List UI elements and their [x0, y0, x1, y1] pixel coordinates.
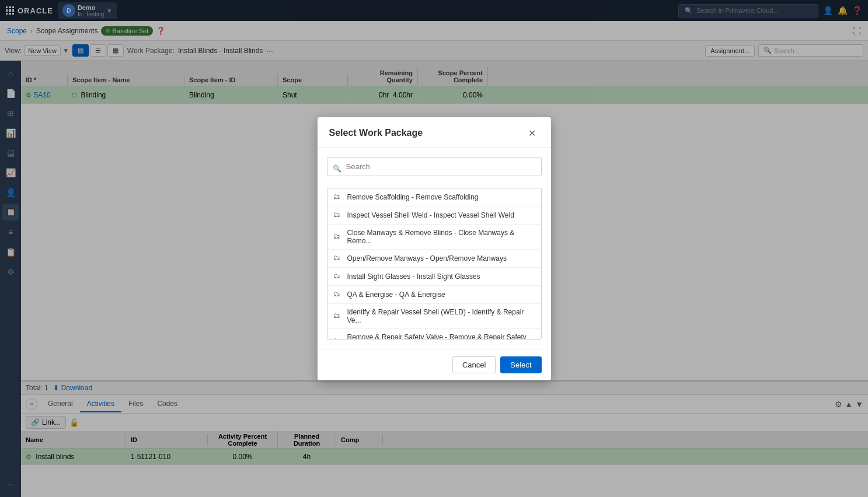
work-package-icon: 🗂 [333, 232, 343, 242]
work-package-icon: 🗂 [333, 192, 343, 202]
modal-search-wrapper: 🔍 [327, 157, 542, 181]
modal-list-item[interactable]: 🗂Identify & Repair Vessel Shell (WELD) -… [327, 304, 541, 329]
modal-list-item[interactable]: 🗂Close Manways & Remove Blinds - Close M… [327, 225, 541, 250]
work-package-label: Identify & Repair Vessel Shell (WELD) - … [347, 308, 535, 324]
modal-header: Select Work Package ✕ [318, 117, 551, 148]
work-package-icon: 🗂 [333, 337, 343, 340]
work-package-label: Remove Scaffolding - Remove Scaffolding [347, 193, 479, 201]
select-button[interactable]: Select [500, 356, 541, 373]
modal-list-item[interactable]: 🗂Remove & Repair Safety Valve - Remove &… [327, 329, 541, 340]
work-package-label: Inspect Vessel Shell Weld - Inspect Vess… [347, 211, 514, 219]
work-package-icon: 🗂 [333, 290, 343, 299]
modal-close-button[interactable]: ✕ [525, 127, 539, 140]
modal-items-list: 🗂Remove Scaffolding - Remove Scaffolding… [327, 188, 542, 340]
work-package-label: Open/Remove Manways - Open/Remove Manway… [347, 254, 507, 262]
modal-footer: Cancel Select [318, 349, 551, 380]
modal-list-item[interactable]: 🗂Install Sight Glasses - Install Sight G… [327, 268, 541, 286]
modal-body: 🔍 🗂Remove Scaffolding - Remove Scaffoldi… [318, 148, 551, 349]
work-package-icon: 🗂 [333, 272, 343, 281]
work-package-label: Install Sight Glasses - Install Sight Gl… [347, 272, 480, 281]
modal-list-item[interactable]: 🗂QA & Energise - QA & Energise [327, 286, 541, 304]
work-package-icon: 🗂 [333, 312, 343, 321]
work-package-label: QA & Energise - QA & Energise [347, 290, 445, 299]
work-package-icon: 🗂 [333, 254, 343, 263]
modal-list-item[interactable]: 🗂Inspect Vessel Shell Weld - Inspect Ves… [327, 206, 541, 225]
modal-title: Select Work Package [329, 128, 423, 138]
modal-overlay[interactable]: Select Work Package ✕ 🔍 🗂Remove Scaffold… [0, 0, 868, 497]
work-package-icon: 🗂 [333, 211, 343, 220]
cancel-button[interactable]: Cancel [452, 356, 496, 373]
modal-search-input[interactable] [327, 157, 542, 176]
modal-list-item[interactable]: 🗂Open/Remove Manways - Open/Remove Manwa… [327, 250, 541, 268]
work-package-label: Remove & Repair Safety Valve - Remove & … [347, 333, 535, 340]
modal-list-item[interactable]: 🗂Remove Scaffolding - Remove Scaffolding [327, 188, 541, 206]
select-work-package-modal: Select Work Package ✕ 🔍 🗂Remove Scaffold… [318, 117, 551, 380]
work-package-label: Close Manways & Remove Blinds - Close Ma… [347, 229, 535, 245]
modal-search-icon: 🔍 [333, 164, 341, 173]
